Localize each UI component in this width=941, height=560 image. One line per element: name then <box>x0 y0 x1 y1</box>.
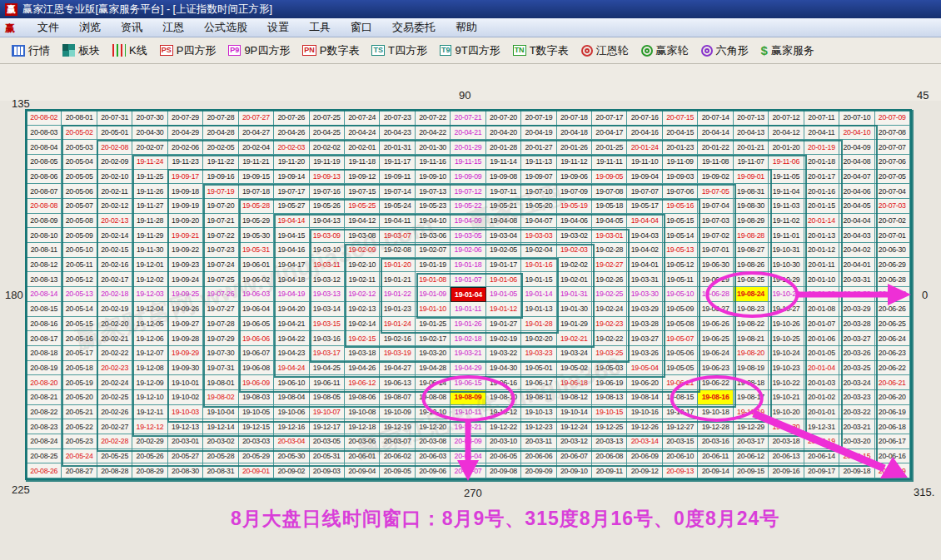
grid-cell: 19-09-26 <box>168 302 203 317</box>
grid-cell: 20-05-27 <box>168 449 203 464</box>
grid-cell: 20-01-16 <box>804 184 839 199</box>
grid-cell: 19-11-07 <box>734 155 769 170</box>
grid-cell: 19-08-14 <box>627 390 662 405</box>
angle-label-225: 225 <box>12 483 30 496</box>
menu-item-news[interactable]: 资讯 <box>111 18 152 37</box>
menu-item-window[interactable]: 窗口 <box>341 18 382 37</box>
grid-cell: 20-01-24 <box>627 140 662 155</box>
grid-cell: 20-03-23 <box>839 390 874 405</box>
toolbar-button-t-square[interactable]: TST四方形 <box>371 43 426 58</box>
toolbar-button-sectors[interactable]: 板块 <box>62 43 100 58</box>
grid-cell: 20-04-24 <box>345 126 380 141</box>
menu-item-settings[interactable]: 设置 <box>257 18 299 37</box>
menu-item-browse[interactable]: 浏览 <box>69 18 111 37</box>
toolbar-button-winner-service[interactable]: $赢家服务 <box>761 43 814 58</box>
toolbar-button-9t-square[interactable]: T99T四方形 <box>440 43 500 58</box>
grid-cell: 19-07-28 <box>203 317 238 332</box>
toolbar-label-p-square: P四方形 <box>177 43 217 58</box>
menu-item-file[interactable]: 文件 <box>27 18 69 37</box>
grid-cell: 19-03-02 <box>557 228 592 243</box>
grid-cell: 20-03-14 <box>627 434 662 449</box>
toolbar-button-t-number-table[interactable]: TNT数字表 <box>513 43 569 58</box>
grid-cell: 20-06-18 <box>875 419 910 434</box>
toolbar-label-winner-wheel: 赢家轮 <box>656 43 689 58</box>
toolbar-button-p-square[interactable]: PSP四方形 <box>160 43 217 58</box>
grid-cell: 19-08-17 <box>734 390 769 405</box>
grid-cell: 19-08-06 <box>345 390 380 405</box>
grid-cell: 19-05-25 <box>345 199 380 214</box>
grid-cell: 19-07-12 <box>451 184 485 199</box>
toolbar-button-hexagon[interactable]: 六角形 <box>701 43 749 58</box>
toolbar-button-p-number-table[interactable]: PNP数字表 <box>302 43 359 58</box>
menu-item-tools[interactable]: 工具 <box>299 18 341 37</box>
menu-item-help[interactable]: 帮助 <box>446 18 487 37</box>
menu-item-trade-entrust[interactable]: 交易委托 <box>382 18 446 37</box>
9p-square-icon: P9 <box>228 45 241 56</box>
grid-cell: 20-08-21 <box>27 390 62 405</box>
grid-cell: 20-04-29 <box>168 126 203 141</box>
toolbar-button-gann-wheel[interactable]: 江恩轮 <box>581 43 629 58</box>
grid-cell: 20-03-24 <box>839 375 874 390</box>
grid-cell: 20-09-05 <box>380 463 415 478</box>
grid-cell: 19-08-15 <box>663 390 698 405</box>
grid-cell: 20-03-15 <box>663 434 698 449</box>
grid-cell: 19-06-26 <box>698 317 733 332</box>
menu-item-formula-stock-pick[interactable]: 公式选股 <box>194 18 257 37</box>
grid-cell: 20-09-01 <box>239 463 274 478</box>
grid-cell: 20-08-29 <box>132 463 167 478</box>
grid-cell: 20-03-08 <box>416 434 451 449</box>
toolbar-label-winner-service: 赢家服务 <box>771 43 814 58</box>
grid-cell: 19-10-19 <box>734 405 769 420</box>
grid-cell: 19-12-03 <box>132 287 167 302</box>
grid-cell: 19-12-04 <box>132 302 167 317</box>
grid-cell: 19-11-02 <box>769 214 804 229</box>
grid-cell: 20-08-23 <box>27 419 62 434</box>
grid-cell: 19-06-20 <box>627 375 662 390</box>
grid-cell: 19-01-26 <box>451 317 485 332</box>
grid-cell: 19-11-17 <box>380 155 415 170</box>
grid-cell: 20-08-24 <box>27 434 62 449</box>
grid-cell: 19-05-05 <box>663 361 698 376</box>
grid-cell: 19-04-29 <box>451 361 485 376</box>
grid-cell: 20-02-06 <box>168 140 203 155</box>
grid-cell: 19-02-19 <box>486 331 521 346</box>
menu-item-gann[interactable]: 江恩 <box>152 18 194 37</box>
sectors-icon <box>62 44 75 57</box>
grid-cell: 19-04-06 <box>557 214 592 229</box>
toolbar-button-kline[interactable]: K线 <box>112 43 147 58</box>
grid-cell: 19-07-30 <box>203 346 238 361</box>
winner-wheel-icon <box>641 45 653 57</box>
grid-cell: 20-07-20 <box>486 111 521 126</box>
grid-cell: 20-09-17 <box>804 463 839 478</box>
grid-cell: 20-01-29 <box>451 140 485 155</box>
toolbar-button-quotes[interactable]: 行情 <box>12 43 50 58</box>
grid-cell: 19-07-10 <box>521 184 556 199</box>
grid-cell: 20-08-30 <box>168 463 203 478</box>
grid-cell: 19-06-28 <box>698 287 733 302</box>
grid-cell: 19-01-05 <box>486 287 521 302</box>
grid-cell: 19-04-19 <box>274 287 309 302</box>
grid-cell: 20-02-16 <box>97 258 132 273</box>
grid-cell: 20-07-05 <box>875 170 910 185</box>
grid-cell: 19-11-12 <box>557 155 592 170</box>
grid-cell: 19-07-04 <box>698 199 733 214</box>
grid-cell: 20-07-13 <box>734 111 769 126</box>
grid-cell: 19-10-23 <box>769 361 804 376</box>
grid-cell: 19-04-03 <box>627 228 662 243</box>
grid-cell: 20-04-13 <box>734 126 769 141</box>
grid-cell: 20-06-10 <box>663 449 698 464</box>
grid-cell: 20-09-04 <box>345 463 380 478</box>
grid-cell: 19-06-23 <box>698 361 733 376</box>
toolbar-button-9p-square[interactable]: P99P四方形 <box>228 43 290 58</box>
grid-cell: 19-05-30 <box>239 228 274 243</box>
grid-cell: 19-02-05 <box>486 243 521 258</box>
grid-cell: 19-07-27 <box>203 302 238 317</box>
grid-cell: 19-05-04 <box>627 361 662 376</box>
grid-cell: 20-04-28 <box>203 126 238 141</box>
grid-cell: 20-03-20 <box>839 434 874 449</box>
toolbar-button-winner-wheel[interactable]: 赢家轮 <box>641 43 689 58</box>
grid-cell: 19-04-12 <box>345 214 380 229</box>
grid-cell: 20-03-21 <box>839 419 874 434</box>
grid-cell: 20-07-16 <box>627 111 662 126</box>
grid-cell: 19-05-18 <box>592 199 627 214</box>
